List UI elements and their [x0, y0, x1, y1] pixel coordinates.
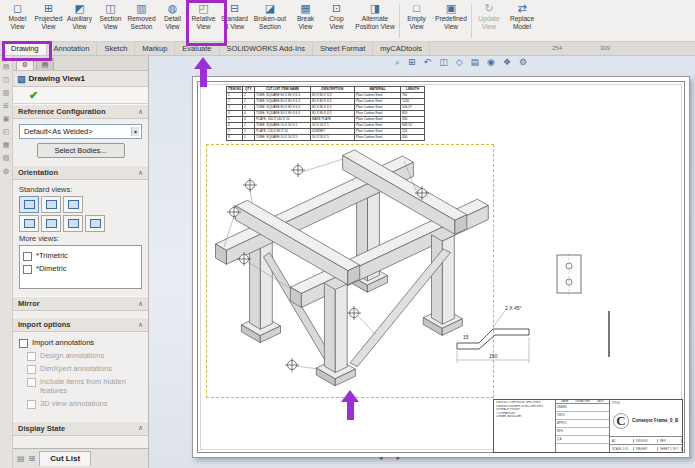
drawing-title: Conveyor Frame_0_B — [632, 418, 678, 423]
tab-sketch[interactable]: Sketch — [97, 42, 135, 55]
relative-view-icon: ◰ — [198, 2, 208, 15]
configuration-dropdown[interactable]: Default<As Welded> ▾ — [19, 124, 142, 139]
tab-annotation[interactable]: Annotation — [47, 42, 98, 55]
section-header-reference-configuration[interactable]: Reference Configuration ∧ — [13, 104, 148, 119]
drawing-view-plate-detail[interactable] — [555, 253, 585, 295]
more-views-item-dimetric[interactable]: *Dimetric — [23, 264, 138, 274]
section-header-display-state[interactable]: Display State ∧ — [13, 421, 148, 436]
import-options-body: Import annotations Design annotations Di… — [13, 332, 148, 415]
balloon-symbol[interactable] — [291, 163, 305, 177]
balloon-symbol[interactable] — [347, 306, 361, 320]
section-header-orientation[interactable]: Orientation ∧ — [13, 165, 148, 180]
display-style-icon[interactable]: ▤ — [471, 57, 480, 68]
section-view-icon[interactable]: ◫ — [439, 57, 448, 68]
side-strip-icon[interactable]: ◫ — [3, 73, 10, 86]
hide-show-items-icon[interactable]: ◉ — [487, 57, 495, 68]
view-button-right[interactable] — [41, 215, 61, 232]
select-bodies-button[interactable]: Select Bodies... — [37, 143, 125, 158]
tab-markup[interactable]: Markup — [135, 42, 175, 55]
standard-3-view-button[interactable]: ⊟Standard 3 View — [219, 0, 250, 41]
zoom-to-area-icon[interactable]: ⊞ — [408, 57, 416, 68]
zoom-to-fit-icon[interactable]: ⌕ — [395, 57, 400, 68]
drawing-view-profile-sketch[interactable]: 150 15 2 X 45° — [449, 301, 543, 371]
property-manager-tab[interactable]: ⚙ — [16, 58, 34, 70]
tab-drawing[interactable]: Drawing — [4, 41, 47, 55]
title-block[interactable]: UNLESS OTHERWISE SPECIFIED: DIMENSIONS A… — [493, 399, 683, 453]
projected-view-button[interactable]: ⊞Projected View — [33, 0, 64, 41]
view-button-top[interactable] — [63, 196, 83, 213]
side-strip-icon[interactable]: ⊞ — [3, 99, 9, 112]
ok-check-icon[interactable]: ✔ — [29, 89, 38, 102]
ruler-mark: 254 — [552, 45, 562, 51]
crop-view-icon: ⊡ — [332, 2, 341, 15]
bom-table[interactable]: ITEM NO.QTY.CUT LIST ITEM NAMEDESCRIPTIO… — [226, 86, 424, 141]
balloon-symbol[interactable] — [285, 358, 299, 372]
empty-view-button[interactable]: □Empty View — [401, 0, 432, 41]
view-settings-icon[interactable]: ⚙ — [519, 57, 527, 68]
side-strip-icon[interactable]: ▥ — [3, 86, 10, 99]
more-views-listbox[interactable]: *Trimetric *Dimetric — [19, 245, 142, 289]
view-button-isometric[interactable] — [85, 215, 105, 232]
view-button-left[interactable] — [19, 215, 39, 232]
configuration-manager-tab[interactable]: ▤ — [36, 58, 54, 70]
view-button-front[interactable] — [41, 196, 61, 213]
relative-view-button[interactable]: ◰Relative View — [188, 0, 219, 41]
side-strip-icon[interactable]: ▤ — [3, 60, 10, 73]
signature-row: MFG — [556, 428, 609, 436]
auxiliary-view-button[interactable]: ◩Auxiliary View — [64, 0, 95, 41]
sheet-tab-scroll-icons[interactable]: ◂ ▸ — [379, 454, 406, 462]
balloon-symbol[interactable] — [243, 178, 257, 192]
tab-solidworks-add-ins[interactable]: SOLIDWORKS Add-Ins — [220, 42, 313, 55]
predefined-view-button[interactable]: ▣Predefined View — [432, 0, 470, 41]
previous-view-icon[interactable]: ↶ — [424, 57, 432, 68]
edit-appearance-icon[interactable]: ❖ — [503, 57, 511, 68]
replace-model-button[interactable]: ⇄Replace Model — [505, 0, 539, 41]
alternate-position-view-button[interactable]: ◨Alternate Position View — [352, 0, 398, 41]
side-strip-icon[interactable]: ◍ — [3, 164, 9, 177]
view-orientation-icon[interactable]: ◇ — [456, 57, 463, 68]
signature-row: CHK'D — [556, 412, 609, 420]
side-strip-icon[interactable]: ▧ — [3, 151, 10, 164]
side-strip-icon[interactable]: ▦ — [3, 138, 10, 151]
button-label: Removed Section — [127, 15, 155, 30]
dropdown-arrow-icon[interactable]: ▾ — [131, 127, 139, 136]
checkbox-icon[interactable] — [19, 339, 28, 348]
signature-col: NAME — [556, 400, 574, 403]
checkbox-label: 3D view annotations — [40, 399, 108, 408]
drawing-sheet[interactable]: ITEM NO.QTY.CUT LIST ITEM NAMEDESCRIPTIO… — [192, 76, 690, 458]
tab-mycadtools[interactable]: myCADtools — [373, 42, 430, 55]
side-strip-icon[interactable]: ▣ — [3, 112, 10, 125]
empty-view-icon: □ — [413, 2, 420, 15]
break-view-button[interactable]: ▦Break View — [290, 0, 321, 41]
sheet-number: SHEET 1 OF 1 — [658, 447, 682, 451]
broken-out-section-icon: ◪ — [265, 2, 275, 15]
view-button-current[interactable] — [19, 196, 39, 213]
section-header-import-options[interactable]: Import options ∧ — [13, 317, 148, 332]
side-strip-icon[interactable]: ◰ — [3, 125, 10, 138]
button-label: Standard 3 View — [221, 15, 248, 30]
checkbox-icon[interactable] — [23, 265, 32, 274]
tab-evaluate[interactable]: Evaluate — [175, 42, 219, 55]
checkbox-icon[interactable] — [23, 252, 32, 261]
graphics-area[interactable]: ⌕ ⊞ ↶ ◫ ◇ ▤ ◉ ❖ ⚙ ITEM NO.QTY.CUT LIST I… — [149, 56, 695, 468]
dimension-label[interactable]: 150 — [489, 353, 498, 359]
alternate-position-view-icon: ◨ — [370, 2, 380, 15]
detail-view-button[interactable]: ◍Detail View — [157, 0, 188, 41]
model-view-button[interactable]: ◻Model View — [2, 0, 33, 41]
removed-section-button[interactable]: ▥Removed Section — [126, 0, 157, 41]
crop-view-button[interactable]: ⊡Crop View — [321, 0, 352, 41]
more-views-item-trimetric[interactable]: *Trimetric — [23, 251, 138, 261]
checkbox-import-annotations[interactable]: Import annotations — [19, 338, 142, 348]
tab-sheet-format[interactable]: Sheet Format — [313, 42, 373, 55]
section-header-mirror[interactable]: Mirror ∧ — [13, 296, 148, 311]
section-view-button[interactable]: ◫Section View — [95, 0, 126, 41]
broken-out-section-button[interactable]: ◪Broken-out Section — [250, 0, 290, 41]
cut-list-tab[interactable]: Cut List — [39, 451, 91, 466]
dimension-label[interactable]: 15 — [463, 334, 469, 340]
drawing-view-edge-line[interactable] — [608, 311, 610, 357]
dimension-label[interactable]: 2 X 45° — [505, 305, 521, 311]
model-view-icon: ◻ — [13, 2, 22, 15]
tree-view-icon[interactable]: ▤ — [17, 454, 25, 463]
view-button-bottom[interactable] — [63, 215, 83, 232]
flat-view-icon[interactable]: ⊞ — [29, 454, 36, 463]
